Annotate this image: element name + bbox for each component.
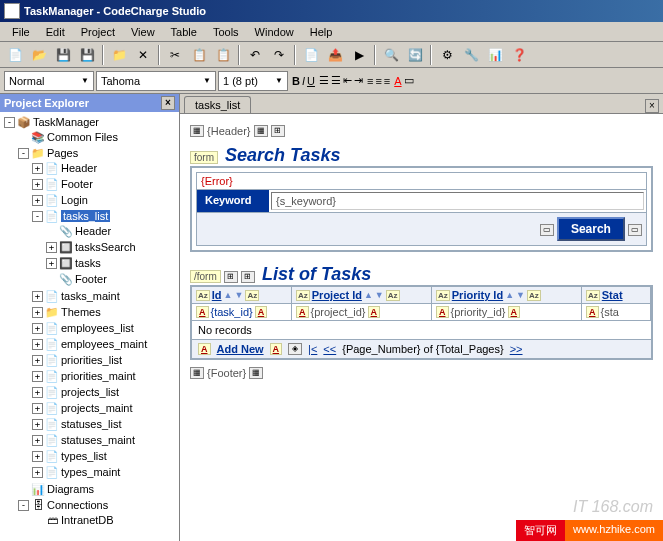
paste-button[interactable]: 📋	[212, 44, 234, 66]
menu-edit[interactable]: Edit	[38, 24, 73, 40]
val-status[interactable]: {sta	[601, 306, 619, 318]
search-button[interactable]: Search	[557, 217, 625, 241]
tree-node[interactable]: Themes	[61, 306, 101, 318]
link-icon[interactable]: A	[198, 343, 211, 355]
keyword-input[interactable]: {s_keyword}	[271, 192, 644, 210]
align-left-button[interactable]: ≡	[367, 75, 373, 87]
expand-icon[interactable]: +	[32, 451, 43, 462]
label-icon[interactable]: A	[586, 306, 599, 318]
tree-connections[interactable]: Connections	[47, 499, 108, 511]
col-project[interactable]: Project Id	[312, 289, 362, 301]
close-button[interactable]: ✕	[132, 44, 154, 66]
menu-view[interactable]: View	[123, 24, 163, 40]
open-folder-button[interactable]: 📁	[108, 44, 130, 66]
list-ol-button[interactable]: ☰	[319, 74, 329, 87]
expand-icon[interactable]: +	[32, 435, 43, 446]
style-combo[interactable]: Normal▼	[4, 71, 94, 91]
sorter-icon[interactable]: Az	[196, 290, 210, 301]
sorter-icon[interactable]: Az	[245, 290, 259, 301]
nav-first[interactable]: |<	[308, 343, 317, 355]
tree-node[interactable]: types_list	[61, 450, 107, 462]
link-icon[interactable]: A	[270, 343, 283, 355]
tree-pages[interactable]: Pages	[47, 147, 78, 159]
col-priority[interactable]: Priority Id	[452, 289, 503, 301]
save-button[interactable]: 💾	[52, 44, 74, 66]
bold-button[interactable]: B	[292, 75, 300, 87]
form-close-tag[interactable]: /form	[190, 270, 221, 283]
tree-common[interactable]: Common Files	[47, 131, 118, 143]
saveall-button[interactable]: 💾	[76, 44, 98, 66]
tree-child[interactable]: Header	[75, 225, 111, 237]
form-open-tag[interactable]: form	[190, 151, 218, 164]
italic-button[interactable]: I	[302, 75, 305, 87]
nav-icon[interactable]: ◈	[288, 343, 302, 355]
expand-icon[interactable]: +	[32, 467, 43, 478]
search-title[interactable]: Search Tasks	[221, 145, 344, 165]
open-button[interactable]: 📂	[28, 44, 50, 66]
expand-icon[interactable]: +	[32, 339, 43, 350]
align-center-button[interactable]: ≡	[375, 75, 381, 87]
col-id[interactable]: Id	[212, 289, 222, 301]
error-placeholder[interactable]: {Error}	[197, 173, 646, 190]
chart-button[interactable]: 📊	[484, 44, 506, 66]
header-placeholder[interactable]: {Header}	[207, 125, 250, 137]
menu-project[interactable]: Project	[73, 24, 123, 40]
tree-node[interactable]: projects_list	[61, 386, 119, 398]
underline-button[interactable]: U	[307, 75, 315, 87]
label-icon[interactable]: A	[296, 306, 309, 318]
outdent-button[interactable]: ⇤	[343, 74, 352, 87]
val-priority[interactable]: {priority_id}	[451, 306, 506, 318]
tree-node[interactable]: projects_maint	[61, 402, 133, 414]
tree-child[interactable]: Footer	[75, 273, 107, 285]
tree-child[interactable]: tasks	[75, 257, 101, 269]
list-title[interactable]: List of Tasks	[258, 264, 375, 284]
list-ul-button[interactable]: ☰	[331, 74, 341, 87]
tree-node[interactable]: priorities_list	[61, 354, 122, 366]
cut-button[interactable]: ✂	[164, 44, 186, 66]
expand-icon[interactable]: +	[32, 291, 43, 302]
nav-next[interactable]: >>	[510, 343, 523, 355]
expand-icon[interactable]: -	[32, 211, 43, 222]
expand-icon[interactable]: +	[32, 323, 43, 334]
expand-icon[interactable]: +	[46, 258, 57, 269]
redo-button[interactable]: ↷	[268, 44, 290, 66]
expand-icon[interactable]: +	[32, 307, 43, 318]
font-combo[interactable]: Tahoma▼	[96, 71, 216, 91]
sort-desc-icon[interactable]: ▼	[516, 290, 525, 300]
tools-button[interactable]: 🔧	[460, 44, 482, 66]
help-button[interactable]: ❓	[508, 44, 530, 66]
run-button[interactable]: ▶	[348, 44, 370, 66]
design-canvas[interactable]: ▦ {Header} ▦ ⊞ form Search Tasks {Error}…	[180, 114, 663, 541]
nav-prev[interactable]: <<	[323, 343, 336, 355]
expand-icon[interactable]: +	[32, 387, 43, 398]
menu-window[interactable]: Window	[247, 24, 302, 40]
val-id[interactable]: {task_id}	[211, 306, 253, 318]
copy-button[interactable]: 📋	[188, 44, 210, 66]
tab-close-button[interactable]: ×	[645, 99, 659, 113]
footer-include[interactable]: ▦ {Footer} ▦	[190, 366, 653, 379]
sorter-icon[interactable]: Az	[436, 290, 450, 301]
expand-icon[interactable]: +	[32, 179, 43, 190]
link-icon[interactable]: A	[196, 306, 209, 318]
label-icon[interactable]: A	[508, 306, 521, 318]
tree-child[interactable]: tasksSearch	[75, 241, 136, 253]
no-records-row[interactable]: No records	[192, 321, 651, 340]
publish-button[interactable]: 📤	[324, 44, 346, 66]
bg-color-button[interactable]: ▭	[404, 74, 414, 87]
expand-icon[interactable]: +	[46, 242, 57, 253]
sidebar-close-button[interactable]: ×	[161, 96, 175, 110]
header-include[interactable]: ▦ {Header} ▦ ⊞	[190, 124, 653, 137]
label-icon[interactable]: A	[368, 306, 381, 318]
menu-tools[interactable]: Tools	[205, 24, 247, 40]
expand-icon[interactable]: +	[32, 195, 43, 206]
tree-node[interactable]: Header	[61, 162, 97, 174]
sort-asc-icon[interactable]: ▲	[505, 290, 514, 300]
expand-icon[interactable]: +	[32, 403, 43, 414]
keyword-label[interactable]: Keyword	[197, 190, 269, 212]
expand-icon[interactable]: -	[18, 148, 29, 159]
tree-node[interactable]: priorities_maint	[61, 370, 136, 382]
size-combo[interactable]: 1 (8 pt)▼	[218, 71, 288, 91]
expand-icon[interactable]: -	[18, 500, 29, 511]
pager-text[interactable]: {Page_Number} of {Total_Pages}	[342, 343, 503, 355]
expand-icon[interactable]: +	[32, 371, 43, 382]
